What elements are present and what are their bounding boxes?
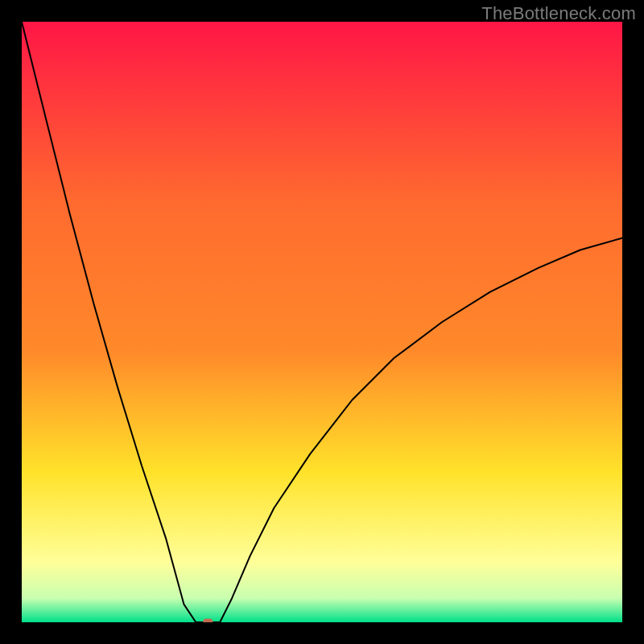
plot-area — [22, 22, 622, 622]
marker-point — [203, 619, 213, 623]
chart-canvas — [22, 22, 622, 622]
gradient-background — [22, 22, 622, 622]
watermark-text: TheBottleneck.com — [481, 3, 636, 24]
chart-frame: TheBottleneck.com — [0, 0, 644, 644]
